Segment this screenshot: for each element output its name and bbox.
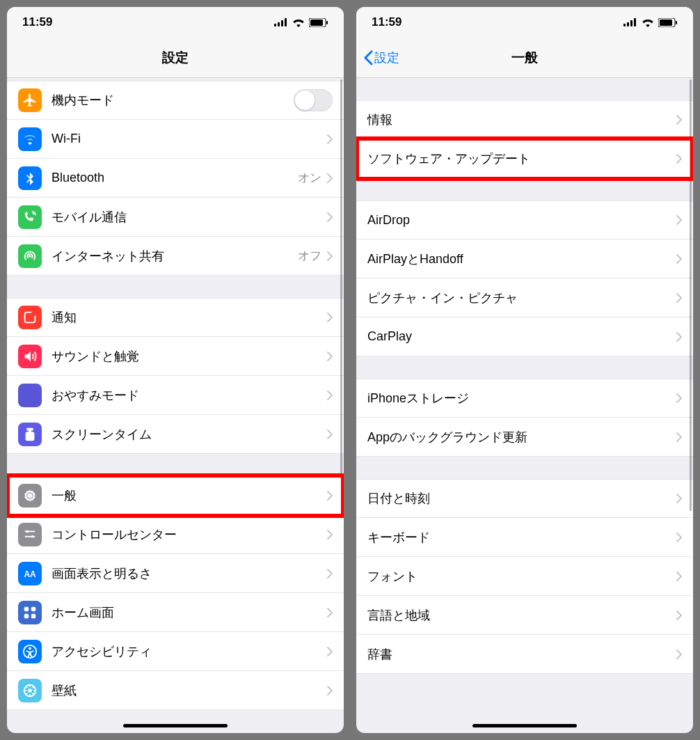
row-label: モバイル通信 xyxy=(51,209,327,226)
row-wallpaper[interactable]: 壁紙 xyxy=(7,671,344,710)
dnd-icon xyxy=(18,384,42,407)
settings-screen: 11:59 設定 機内モードWi-FiBluetoothオンモバイル通信インター… xyxy=(7,7,344,733)
scrollbar[interactable] xyxy=(690,79,692,511)
row-airplay[interactable]: AirPlayとHandoff xyxy=(356,239,693,278)
scroll-area[interactable]: 機内モードWi-FiBluetoothオンモバイル通信インターネット共有オフ通知… xyxy=(7,78,344,733)
row-carplay[interactable]: CarPlay xyxy=(356,317,693,356)
svg-rect-1 xyxy=(278,22,280,26)
accessibility-icon xyxy=(18,640,42,663)
row-label: AirPlayとHandoff xyxy=(367,251,676,267)
section-gap xyxy=(7,454,344,476)
row-bluetooth[interactable]: Bluetoothオン xyxy=(7,159,344,198)
chevron-right-icon xyxy=(676,293,682,303)
row-screentime[interactable]: スクリーンタイム xyxy=(7,415,344,454)
chevron-right-icon xyxy=(676,332,682,342)
homescreen-icon xyxy=(18,601,42,624)
row-dnd[interactable]: おやすみモード xyxy=(7,376,344,415)
row-sounds[interactable]: サウンドと触覚 xyxy=(7,337,344,376)
chevron-right-icon xyxy=(676,494,682,503)
status-bar: 11:59 xyxy=(356,7,693,38)
scroll-area[interactable]: 情報ソフトウェア・アップデートAirDropAirPlayとHandoffピクチ… xyxy=(356,78,693,733)
row-airplane[interactable]: 機内モード xyxy=(7,81,344,120)
svg-rect-2 xyxy=(281,20,283,26)
row-language[interactable]: 言語と地域 xyxy=(356,596,693,635)
svg-rect-21 xyxy=(31,613,35,617)
row-display[interactable]: AA画面表示と明るさ xyxy=(7,554,344,593)
bluetooth-icon xyxy=(18,166,42,190)
chevron-right-icon xyxy=(327,491,333,501)
row-hotspot[interactable]: インターネット共有オフ xyxy=(7,237,344,276)
svg-text:AA: AA xyxy=(24,569,36,578)
home-indicator[interactable] xyxy=(472,724,577,727)
battery-icon xyxy=(309,18,328,27)
status-time: 11:59 xyxy=(22,15,52,29)
wifi-icon xyxy=(642,18,654,27)
status-icons xyxy=(623,18,678,27)
highlight-wrap: 一般 xyxy=(7,476,344,515)
chevron-right-icon xyxy=(676,572,682,581)
highlight-wrap: ソフトウェア・アップデート xyxy=(356,139,693,178)
controlcenter-icon xyxy=(18,523,42,546)
chevron-right-icon xyxy=(327,391,333,400)
chevron-right-icon xyxy=(676,393,682,403)
row-storage[interactable]: iPhoneストレージ xyxy=(356,379,693,418)
chevron-right-icon xyxy=(327,352,333,361)
svg-rect-28 xyxy=(630,20,633,26)
row-homescreen[interactable]: ホーム画面 xyxy=(7,593,344,632)
status-time: 11:59 xyxy=(372,15,401,29)
toggle-airplane[interactable] xyxy=(294,89,333,111)
row-label: フォント xyxy=(367,568,676,585)
row-datetime[interactable]: 日付と時刻 xyxy=(356,479,693,518)
row-label: Appのバックグラウンド更新 xyxy=(367,429,676,446)
chevron-right-icon xyxy=(327,569,333,578)
row-label: AirDrop xyxy=(367,213,676,228)
sounds-icon xyxy=(18,345,42,368)
svg-rect-16 xyxy=(25,535,35,537)
section-gap xyxy=(7,276,344,298)
cellular-icon xyxy=(18,205,42,229)
row-accessibility[interactable]: アクセシビリティ xyxy=(7,632,344,671)
chevron-right-icon xyxy=(327,647,333,656)
section-gap xyxy=(356,457,693,479)
svg-rect-3 xyxy=(285,18,287,26)
row-swupdate[interactable]: ソフトウェア・アップデート xyxy=(356,139,693,178)
row-label: 通知 xyxy=(51,309,327,326)
row-label: 日付と時刻 xyxy=(367,490,676,507)
row-controlcenter[interactable]: コントロールセンター xyxy=(7,515,344,554)
row-cellular[interactable]: モバイル通信 xyxy=(7,198,344,237)
svg-rect-0 xyxy=(274,24,276,26)
section-gap xyxy=(356,78,693,100)
signal-icon xyxy=(274,18,288,26)
chevron-right-icon xyxy=(327,134,333,144)
row-general[interactable]: 一般 xyxy=(7,476,344,515)
notifications-icon xyxy=(18,306,42,329)
svg-rect-6 xyxy=(326,21,328,24)
chevron-right-icon xyxy=(327,530,333,540)
row-keyboard[interactable]: キーボード xyxy=(356,518,693,557)
svg-rect-27 xyxy=(627,22,629,26)
row-about[interactable]: 情報 xyxy=(356,100,693,139)
section-gap xyxy=(356,178,693,200)
row-airdrop[interactable]: AirDrop xyxy=(356,200,693,239)
home-indicator[interactable] xyxy=(123,724,228,727)
svg-rect-20 xyxy=(24,613,29,617)
wifi-icon xyxy=(292,18,305,27)
chevron-right-icon xyxy=(327,251,333,261)
chevron-right-icon xyxy=(676,650,682,659)
back-button[interactable]: 設定 xyxy=(356,49,399,66)
row-label: アクセシビリティ xyxy=(51,643,327,660)
row-notifications[interactable]: 通知 xyxy=(7,298,344,337)
svg-rect-19 xyxy=(31,606,35,611)
row-pip[interactable]: ピクチャ・イン・ピクチャ xyxy=(356,278,693,317)
row-value: オン xyxy=(298,170,321,186)
section-gap xyxy=(356,356,693,379)
row-label: Bluetooth xyxy=(51,171,298,185)
row-label: 辞書 xyxy=(367,646,676,663)
scrollbar[interactable] xyxy=(340,79,342,476)
row-fonts[interactable]: フォント xyxy=(356,557,693,596)
row-wifi[interactable]: Wi-Fi xyxy=(7,120,344,159)
row-dictionary[interactable]: 辞書 xyxy=(356,635,693,674)
row-bgrefresh[interactable]: Appのバックグラウンド更新 xyxy=(356,418,693,457)
wallpaper-icon xyxy=(18,679,42,702)
chevron-right-icon xyxy=(327,212,333,222)
